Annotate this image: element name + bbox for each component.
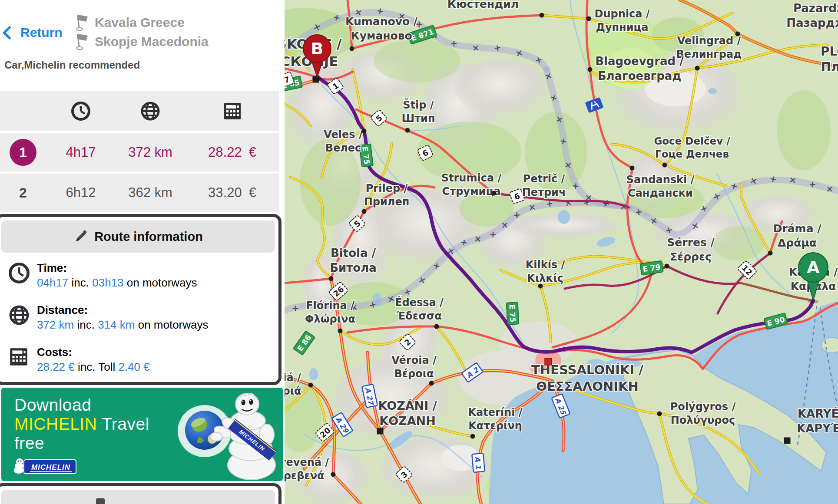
map-city-label: Πολύγυρος bbox=[671, 414, 735, 426]
destination-row[interactable]: Skopje Macedonia bbox=[75, 32, 209, 51]
city-dot bbox=[308, 383, 313, 388]
e-road-badge: E 75 bbox=[359, 144, 373, 167]
map-city-label: ΚΑΡΥΈΣ bbox=[797, 422, 838, 435]
costs-label: Costs: bbox=[37, 346, 278, 359]
svg-text:+: + bbox=[291, 303, 299, 314]
city-dot bbox=[362, 209, 367, 214]
map-city-label: ριά bbox=[285, 385, 301, 397]
time-total-link[interactable]: 04h17 bbox=[37, 276, 68, 289]
route-map[interactable]: +×+×+×+×+×+×+×+×+×+×+×+×+×+×+×+×+×+×+×+×… bbox=[285, 0, 838, 504]
cost-icon bbox=[185, 91, 279, 131]
svg-text:A 1: A 1 bbox=[473, 456, 482, 470]
city-dot bbox=[434, 324, 439, 329]
map-city-label: Kilkís / bbox=[526, 259, 565, 271]
route-distance: 362 km bbox=[116, 174, 185, 212]
route-time: 6h12 bbox=[46, 174, 116, 212]
flag-icon bbox=[75, 33, 89, 50]
route-option-row[interactable]: 14h17372 km28.22€ bbox=[0, 131, 279, 171]
map-city-label: KARYÉS bbox=[798, 407, 838, 420]
map-city-label: Štip / bbox=[403, 98, 434, 111]
city-square bbox=[784, 438, 791, 444]
time-motorway-link[interactable]: 03h13 bbox=[92, 276, 123, 289]
sidebar: Return Kavala Greece bbox=[0, 0, 285, 504]
costs-toll-link[interactable]: 2.40 € bbox=[118, 360, 149, 373]
city-dot bbox=[350, 46, 354, 51]
city-dot bbox=[362, 129, 367, 134]
map-city-label: Dupnica / bbox=[594, 8, 649, 20]
route-information-header[interactable]: Route information bbox=[1, 221, 275, 253]
map-city-label: Édessa / bbox=[395, 296, 444, 309]
city-dot bbox=[540, 13, 544, 18]
svg-text:+: + bbox=[513, 209, 521, 220]
city-square bbox=[377, 428, 384, 435]
time-info-row: Time: 04h17 inc. 03h13 on motorways bbox=[0, 256, 278, 298]
map-city-label: Φλώρινα bbox=[305, 313, 355, 325]
map-city-label: Δράμα bbox=[778, 237, 817, 249]
city-dot bbox=[665, 264, 669, 269]
header: Return Kavala Greece bbox=[0, 0, 285, 78]
route-options-rows: 14h17372 km28.22€26h12362 km33.20€ bbox=[0, 131, 279, 212]
map-city-label: Κιλκίς bbox=[527, 272, 563, 284]
route-cost: 28.22€ bbox=[185, 133, 279, 171]
bibendum-small-icon bbox=[14, 458, 23, 474]
map-city-label: iá / bbox=[285, 372, 301, 384]
pencil-icon bbox=[73, 229, 88, 244]
costs-total-link[interactable]: 28.22 € bbox=[37, 360, 75, 373]
city-dot bbox=[538, 284, 543, 289]
map-city-label: Petrič / bbox=[523, 173, 565, 185]
svg-text:×: × bbox=[826, 184, 833, 194]
banner-line1: Download bbox=[14, 395, 91, 415]
destinations: Kavala Greece Skopje Macedonia bbox=[75, 13, 209, 51]
viamichelin-app: +×+×+×+×+×+×+×+×+×+×+×+×+×+×+×+×+×+×+×+×… bbox=[0, 0, 838, 504]
svg-text:E 75: E 75 bbox=[507, 304, 517, 323]
city-dot bbox=[329, 277, 334, 281]
distance-info-row: Distance: 372 km inc. 314 km on motorway… bbox=[0, 298, 278, 340]
svg-text:+: + bbox=[571, 180, 580, 191]
city-square-major bbox=[545, 358, 552, 365]
svg-text:×: × bbox=[501, 220, 508, 230]
return-button[interactable]: Return bbox=[4, 25, 63, 40]
city-dot bbox=[695, 66, 700, 71]
map-city-label: Prilep / bbox=[366, 182, 408, 194]
back-chevron-icon bbox=[2, 26, 17, 40]
michelin-travel-banner[interactable]: Download MICHELIN Travel free MICHELIN bbox=[1, 388, 283, 481]
map-city-label: Σέρρες bbox=[670, 250, 712, 263]
city-dot bbox=[630, 166, 635, 171]
svg-text:×: × bbox=[474, 233, 482, 244]
city-dot bbox=[338, 329, 343, 333]
motorway-badge: A 1 bbox=[472, 453, 485, 472]
map-city-label: Плов bbox=[821, 60, 838, 74]
map-city-label: Велес bbox=[325, 142, 361, 154]
map-city-label: Битола bbox=[330, 261, 377, 274]
map-city-label: PLOV bbox=[821, 44, 838, 59]
distance-total-link[interactable]: 372 km bbox=[37, 318, 74, 331]
banner-line3: free bbox=[14, 434, 44, 453]
map-city-label: Pazardži bbox=[793, 2, 838, 15]
e-road-badge: E 79 bbox=[640, 261, 663, 275]
map-city-label: Велинград bbox=[676, 48, 742, 60]
distance-motorway-link[interactable]: 314 km bbox=[98, 318, 135, 331]
banner-line2-rest: Travel bbox=[97, 415, 149, 433]
map-city-label: Goce Delčev / bbox=[654, 135, 730, 147]
city-dot bbox=[492, 191, 497, 196]
map-city-label: ΚΟΖΑΝΗ bbox=[379, 414, 436, 428]
origin-row[interactable]: Kavala Greece bbox=[75, 13, 209, 32]
city-dot bbox=[470, 434, 475, 439]
costs-info-row: Costs: 28.22 € inc. Toll 2.40 € bbox=[0, 340, 278, 382]
svg-text:+: + bbox=[634, 206, 643, 217]
time-icon bbox=[8, 262, 30, 286]
route-index: 2 bbox=[19, 185, 27, 201]
map-city-label: Veles / bbox=[324, 128, 363, 141]
route-options-table: 14h17372 km28.22€26h12362 km33.20€ bbox=[0, 91, 279, 212]
map-city-label: Έδεσσα bbox=[396, 310, 442, 322]
time-icon bbox=[46, 91, 116, 131]
distance-icon bbox=[116, 91, 185, 131]
route-option-row[interactable]: 26h12362 km33.20€ bbox=[0, 171, 279, 212]
map-city-label: Дупница bbox=[596, 21, 649, 33]
distance-icon bbox=[8, 304, 30, 328]
next-section-panel[interactable] bbox=[0, 483, 282, 504]
route-time: 4h17 bbox=[46, 133, 116, 171]
map-city-label: Sérres / bbox=[667, 236, 715, 249]
route-options-header bbox=[0, 91, 279, 131]
svg-text:A: A bbox=[807, 258, 820, 277]
